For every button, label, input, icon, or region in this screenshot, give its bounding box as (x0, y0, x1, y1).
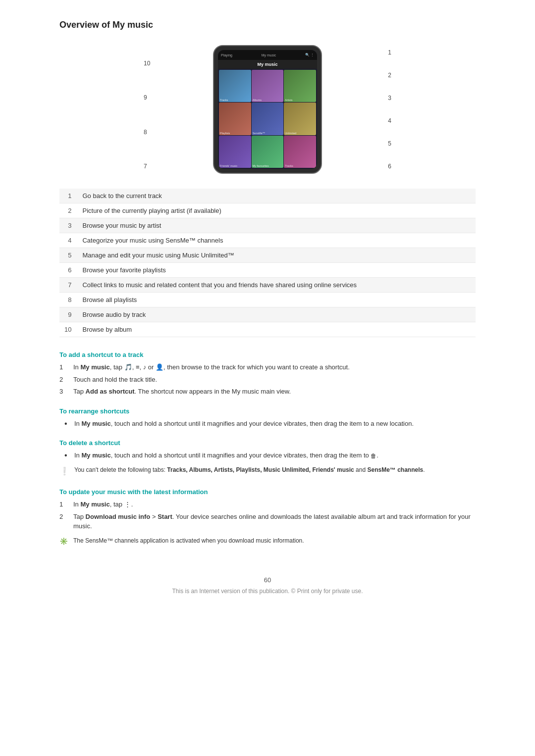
phone-diagram: 1 2 3 4 5 6 10 9 8 7 Playing My music 🔍 … (144, 45, 391, 174)
callout-text-cell: Collect links to music and related conte… (77, 278, 476, 293)
step-1-num: 1 (59, 362, 68, 372)
playing-label: Playing (221, 53, 232, 57)
callout-1: 1 (388, 49, 391, 56)
callout-text-cell: Manage and edit your music using Music U… (77, 248, 476, 263)
bullet-dot-rearrange: • (64, 419, 70, 429)
table-row: 3Browse your music by artist (59, 218, 476, 233)
callout-number-cell: 7 (59, 278, 77, 293)
search-icon: 🔍 ⋮ (305, 53, 314, 57)
callout-5: 5 (388, 140, 391, 147)
callout-9: 9 (144, 94, 150, 101)
callout-text-cell: Browse audio by track (77, 307, 476, 322)
callout-text-cell: Categorize your music using SensMe™ chan… (77, 233, 476, 248)
table-row: 4Categorize your music using SensMe™ cha… (59, 233, 476, 248)
unlimited-cell: Unlimited (284, 102, 316, 135)
add-shortcut-steps: 1 In My music, tap 🎵, ≡, ♪ or 👤, then br… (59, 362, 476, 397)
callout-number-cell: 4 (59, 233, 77, 248)
page-title: Overview of My music (59, 20, 476, 30)
artists-cell: Artists (284, 70, 316, 102)
callout-text-cell: Browse all playlists (77, 293, 476, 307)
callout-number-cell: 3 (59, 218, 77, 233)
add-shortcut-heading: To add a shortcut to a track (59, 351, 476, 358)
callout-3: 3 (388, 95, 391, 101)
table-row: 9Browse audio by track (59, 307, 476, 322)
albums-cell: Albums (252, 70, 284, 102)
page-number: 60 (59, 576, 476, 584)
callout-number-cell: 10 (59, 322, 77, 337)
sensme-cell: SensMe™ (252, 102, 284, 135)
callout-text-cell: Picture of the currently playing artist … (77, 203, 476, 218)
callout-text-cell: Browse your favorite playlists (77, 263, 476, 278)
warning-box: ❕ You can't delete the following tabs: T… (59, 465, 476, 477)
tracks2-cell: Tracks (284, 136, 316, 168)
callout-10: 10 (144, 60, 150, 67)
tip-box: ✳️ The SensMe™ channels application is a… (59, 536, 476, 547)
step-3-text: Tap Add as shortcut. The shortcut now ap… (73, 387, 476, 397)
table-row: 2Picture of the currently playing artist… (59, 203, 476, 218)
callout-number-cell: 9 (59, 307, 77, 322)
update-step-2-text: Tap Download music info > Start. Your de… (73, 512, 476, 531)
update-steps: 1 In My music, tap ⋮. 2 Tap Download mus… (59, 500, 476, 531)
update-step-2-num: 2 (59, 512, 68, 531)
callout-2: 2 (388, 72, 391, 79)
step-2-text: Touch and hold the track title. (73, 375, 476, 385)
delete-text: In My music, touch and hold a shortcut u… (74, 451, 378, 460)
table-row: 10Browse by album (59, 322, 476, 337)
warning-text: You can't delete the following tabs: Tra… (74, 465, 425, 477)
callout-4: 4 (388, 117, 391, 124)
page-footer: 60 This is an Internet version of this p… (59, 576, 476, 595)
description-table: 1Go back to the current track2Picture of… (59, 189, 476, 337)
update-step-1-text: In My music, tap ⋮. (73, 500, 476, 509)
callout-6: 6 (388, 163, 391, 170)
my-music-label: My music (262, 53, 276, 57)
myfav-cell: My favourites (252, 136, 284, 168)
bullet-dot-delete: • (64, 451, 70, 460)
table-row: 7Collect links to music and related cont… (59, 278, 476, 293)
table-row: 6Browse your favorite playlists (59, 263, 476, 278)
phone-mock: Playing My music 🔍 ⋮ My music Tracks Alb… (213, 45, 322, 174)
update-step-1-num: 1 (59, 500, 68, 509)
callout-text-cell: Browse your music by artist (77, 218, 476, 233)
callout-text-cell: Browse by album (77, 322, 476, 337)
tracks-cell: Tracks (219, 70, 251, 102)
tip-text: The SensMe™ channels application is acti… (73, 536, 304, 547)
step-1-text: In My music, tap 🎵, ≡, ♪ or 👤, then brow… (73, 362, 476, 372)
rearrange-heading: To rearrange shortcuts (59, 407, 476, 415)
my-music-screen-title: My music (257, 62, 277, 67)
warning-icon: ❕ (59, 465, 69, 477)
callout-8: 8 (144, 129, 150, 136)
friends-cell: Friends' music (219, 136, 251, 168)
callout-number-cell: 1 (59, 189, 77, 203)
callout-number-cell: 6 (59, 263, 77, 278)
callout-7: 7 (144, 163, 150, 170)
step-2-num: 2 (59, 375, 68, 385)
table-row: 5Manage and edit your music using Music … (59, 248, 476, 263)
delete-heading: To delete a shortcut (59, 439, 476, 447)
callout-number-cell: 8 (59, 293, 77, 307)
callout-text-cell: Go back to the current track (77, 189, 476, 203)
callout-number-cell: 2 (59, 203, 77, 218)
footer-text: This is an Internet version of this publ… (172, 588, 363, 595)
step-3-num: 3 (59, 387, 68, 397)
tip-icon: ✳️ (59, 536, 68, 547)
table-row: 1Go back to the current track (59, 189, 476, 203)
rearrange-text: In My music, touch and hold a shortcut u… (74, 419, 414, 429)
update-heading: To update your music with the latest inf… (59, 488, 476, 496)
delete-bullet: • In My music, touch and hold a shortcut… (59, 451, 476, 460)
table-row: 8Browse all playlists (59, 293, 476, 307)
callout-number-cell: 5 (59, 248, 77, 263)
rearrange-bullet: • In My music, touch and hold a shortcut… (59, 419, 476, 429)
playlists-cell: Playlists (219, 102, 251, 135)
